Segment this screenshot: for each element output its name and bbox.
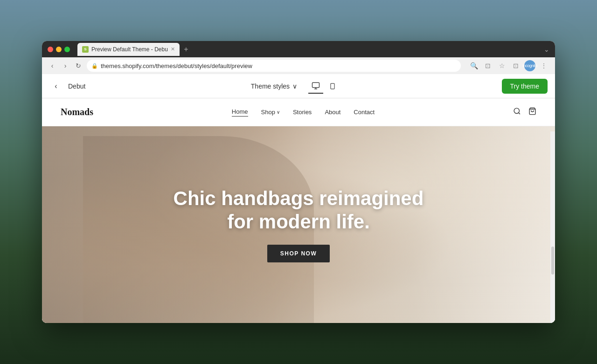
maximize-window-button[interactable] — [64, 47, 70, 52]
browser-menu-button[interactable]: ⋮ — [538, 60, 549, 71]
site-header-actions — [513, 107, 536, 117]
preview-area: Nomads Home Shop ∨ Stories About Contact — [42, 98, 555, 323]
dropdown-arrow-icon: ∨ — [292, 82, 297, 90]
tab-menu-button[interactable]: ⌄ — [544, 46, 549, 53]
reload-button[interactable]: ↻ — [74, 61, 83, 70]
svg-line-6 — [519, 113, 520, 114]
active-tab[interactable]: S Preview Default Theme - Debu ✕ — [77, 43, 180, 56]
browser-addressbar: ‹ › ↻ 🔒 themes.shopify.com/themes/debut/… — [42, 57, 555, 74]
profile-button[interactable]: Incognito — [524, 60, 535, 71]
bookmark-button[interactable]: ☆ — [496, 60, 507, 71]
tab-close-button[interactable]: ✕ — [171, 46, 175, 52]
search-icon[interactable] — [513, 107, 521, 117]
nav-item-shop[interactable]: Shop ∨ — [261, 109, 280, 116]
theme-editor-toolbar: ‹ Debut Theme styles ∨ — [42, 74, 555, 98]
shop-dropdown-arrow: ∨ — [277, 110, 280, 115]
hero-section: Chic handbags reimagined for modern life… — [42, 126, 555, 323]
site-header: Nomads Home Shop ∨ Stories About Contact — [42, 98, 555, 126]
site-navigation: Home Shop ∨ Stories About Contact — [93, 108, 513, 117]
tab-favicon: S — [82, 46, 89, 53]
nav-item-about[interactable]: About — [325, 109, 340, 116]
url-bar[interactable]: 🔒 themes.shopify.com/themes/debut/styles… — [87, 60, 461, 72]
hero-content: Chic handbags reimagined for modern life… — [42, 126, 555, 323]
profile-label: Incognito — [522, 63, 537, 68]
desktop-view-button[interactable] — [308, 79, 323, 94]
profile-extensions-button[interactable]: ⊡ — [510, 60, 521, 71]
tab-title: Preview Default Theme - Debu — [91, 46, 168, 53]
hero-title: Chic handbags reimagined for modern life… — [159, 187, 438, 234]
cart-icon[interactable] — [528, 107, 536, 117]
security-lock-icon: 🔒 — [91, 63, 98, 69]
traffic-lights — [48, 47, 70, 52]
scrollbar-thumb[interactable] — [551, 247, 554, 275]
new-tab-button[interactable]: + — [180, 43, 193, 56]
nav-item-home[interactable]: Home — [232, 108, 248, 117]
view-toggle-group — [308, 79, 340, 94]
svg-rect-3 — [331, 83, 334, 89]
theme-name-label: Debut — [68, 82, 85, 90]
svg-rect-0 — [312, 82, 319, 88]
svg-point-5 — [514, 108, 519, 113]
nav-item-contact[interactable]: Contact — [354, 109, 375, 116]
website-preview: Nomads Home Shop ∨ Stories About Contact — [42, 98, 555, 323]
browser-titlebar: S Preview Default Theme - Debu ✕ + ⌄ — [42, 41, 555, 57]
theme-styles-dropdown[interactable]: Theme styles ∨ — [247, 81, 301, 92]
search-browser-button[interactable]: 🔍 — [468, 60, 479, 71]
browser-action-buttons: 🔍 ⊡ ☆ ⊡ Incognito ⋮ — [468, 60, 549, 71]
site-logo: Nomads — [61, 107, 93, 117]
shop-now-button[interactable]: SHOP NOW — [267, 245, 330, 262]
cast-button[interactable]: ⊡ — [482, 60, 493, 71]
close-window-button[interactable] — [48, 47, 53, 52]
theme-editor: ‹ Debut Theme styles ∨ — [42, 74, 555, 323]
minimize-window-button[interactable] — [56, 47, 62, 52]
browser-window: S Preview Default Theme - Debu ✕ + ⌄ ‹ ›… — [42, 41, 555, 323]
forward-navigation-button[interactable]: › — [61, 61, 70, 70]
scrollbar[interactable] — [550, 131, 555, 323]
back-navigation-button[interactable]: ‹ — [48, 61, 57, 70]
try-theme-button[interactable]: Try theme — [502, 79, 548, 94]
theme-styles-label: Theme styles — [251, 82, 290, 90]
toolbar-center: Theme styles ∨ — [91, 79, 496, 94]
browser-tabs: S Preview Default Theme - Debu ✕ + — [77, 43, 540, 56]
mobile-view-button[interactable] — [325, 79, 340, 94]
url-text: themes.shopify.com/themes/debut/styles/d… — [101, 62, 252, 69]
nav-item-stories[interactable]: Stories — [293, 109, 312, 116]
back-to-themes-button[interactable]: ‹ — [49, 80, 62, 93]
